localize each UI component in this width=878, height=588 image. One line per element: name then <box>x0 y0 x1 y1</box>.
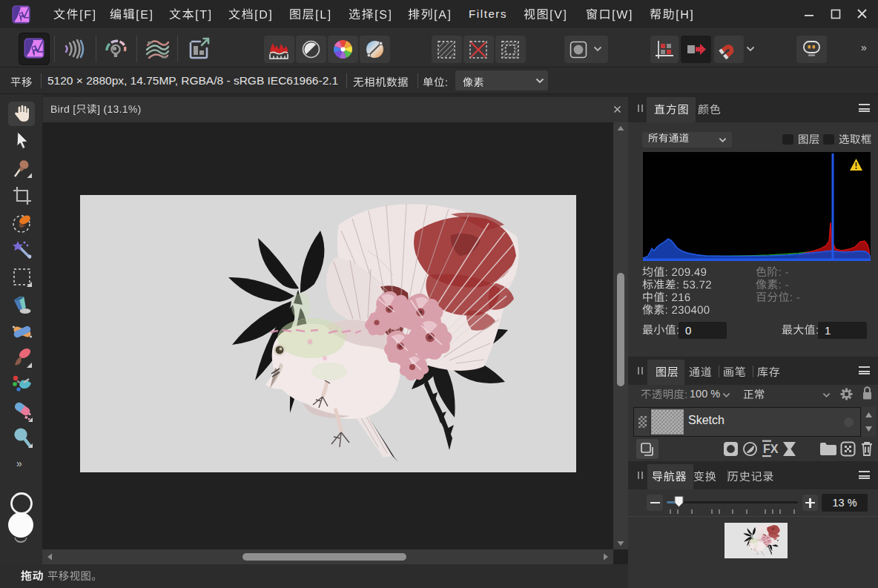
svg-text:FX: FX <box>763 443 779 455</box>
